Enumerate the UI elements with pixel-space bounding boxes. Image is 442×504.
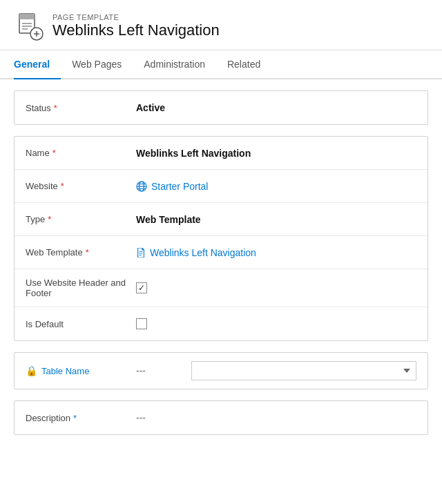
use-website-field-row: Use Website Header and Footer bbox=[15, 269, 427, 307]
tab-web-pages[interactable]: Web Pages bbox=[61, 50, 133, 79]
use-website-label: Use Website Header and Footer bbox=[26, 278, 136, 298]
main-content: Status * Active Name * Weblinks Left Nav… bbox=[0, 79, 442, 446]
description-field-row: Description * --- bbox=[15, 401, 427, 434]
table-name-dash: --- bbox=[136, 365, 191, 376]
use-website-value bbox=[136, 282, 416, 293]
web-template-label: Web Template * bbox=[26, 247, 136, 258]
type-value: Web Template bbox=[136, 214, 416, 225]
description-section: Description * --- bbox=[14, 400, 428, 435]
table-name-select[interactable] bbox=[191, 361, 416, 380]
table-name-section: 🔒 Table Name --- bbox=[14, 352, 428, 389]
is-default-value bbox=[136, 318, 416, 329]
website-field-row: Website * Starter Portal bbox=[15, 170, 427, 203]
use-website-checkbox[interactable] bbox=[136, 282, 147, 293]
type-label: Type * bbox=[26, 214, 136, 224]
header-subtitle: PAGE TEMPLATE bbox=[52, 13, 220, 21]
web-template-required-star: * bbox=[86, 247, 89, 258]
is-default-field-row: Is Default bbox=[15, 307, 427, 340]
page-header: PAGE TEMPLATE Weblinks Left Navigation bbox=[0, 0, 442, 50]
description-label: Description * bbox=[26, 413, 136, 423]
status-required-star: * bbox=[54, 103, 57, 113]
status-section: Status * Active bbox=[14, 90, 428, 125]
web-template-value[interactable]: Weblinks Left Navigation bbox=[136, 247, 416, 258]
status-field-row: Status * Active bbox=[15, 91, 427, 124]
globe-icon bbox=[136, 181, 147, 192]
svg-rect-1 bbox=[19, 14, 35, 19]
website-required-star: * bbox=[61, 181, 64, 191]
is-default-label: Is Default bbox=[26, 319, 136, 329]
lock-icon: 🔒 bbox=[26, 365, 37, 376]
tab-administration[interactable]: Administration bbox=[133, 50, 216, 79]
website-value[interactable]: Starter Portal bbox=[136, 181, 416, 192]
status-label: Status * bbox=[26, 103, 136, 113]
name-label: Name * bbox=[26, 148, 136, 158]
description-value: --- bbox=[136, 412, 146, 423]
header-text-group: PAGE TEMPLATE Weblinks Left Navigation bbox=[52, 13, 220, 39]
document-icon bbox=[136, 248, 146, 258]
table-name-label: 🔒 Table Name bbox=[26, 365, 136, 376]
status-value: Active bbox=[136, 102, 416, 113]
header-title: Weblinks Left Navigation bbox=[52, 21, 220, 39]
website-label: Website * bbox=[26, 181, 136, 191]
page-template-icon bbox=[14, 11, 44, 41]
type-field-row: Type * Web Template bbox=[15, 203, 427, 236]
description-required-star: * bbox=[73, 413, 77, 423]
table-name-row: 🔒 Table Name --- bbox=[15, 353, 427, 389]
name-value: Weblinks Left Navigation bbox=[136, 148, 416, 159]
is-default-checkbox[interactable] bbox=[136, 318, 147, 329]
details-section: Name * Weblinks Left Navigation Website … bbox=[14, 136, 428, 341]
tab-related[interactable]: Related bbox=[216, 50, 271, 79]
name-field-row: Name * Weblinks Left Navigation bbox=[15, 137, 427, 170]
name-required-star: * bbox=[52, 148, 56, 158]
type-required-star: * bbox=[48, 214, 51, 224]
web-template-field-row: Web Template * Weblinks Left Navigation bbox=[15, 236, 427, 269]
tab-bar: General Web Pages Administration Related bbox=[0, 50, 442, 79]
tab-general[interactable]: General bbox=[14, 50, 61, 79]
